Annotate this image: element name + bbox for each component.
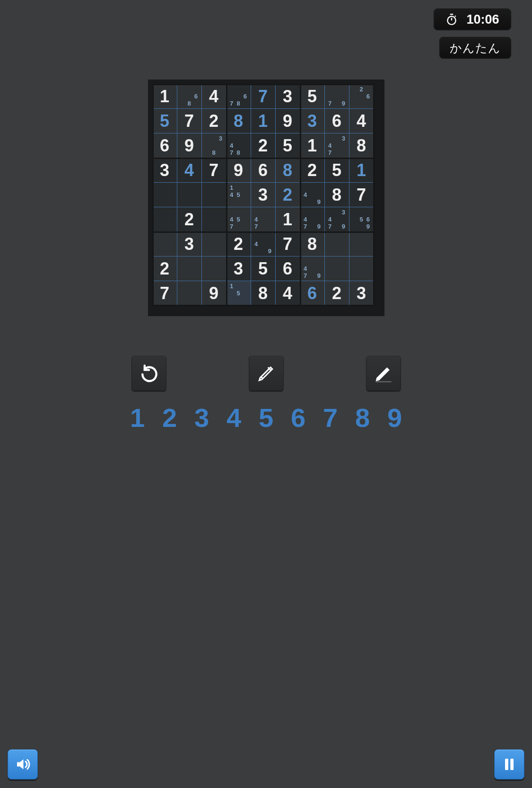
cell-r7-c3[interactable]: 3 bbox=[227, 257, 251, 281]
cell-r3-c4[interactable]: 6 bbox=[251, 158, 276, 183]
cell-r8-c8[interactable]: 3 bbox=[349, 281, 374, 306]
cell-r5-c1[interactable]: 2 bbox=[177, 207, 202, 232]
cell-r2-c4[interactable]: 2 bbox=[251, 133, 276, 158]
cell-r1-c2[interactable]: 2 bbox=[202, 109, 227, 133]
cell-r8-c3[interactable]: 15 bbox=[227, 281, 251, 306]
cell-r1-c3[interactable]: 8 bbox=[227, 109, 251, 133]
pen-write-button[interactable] bbox=[366, 356, 401, 391]
cell-r1-c4[interactable]: 1 bbox=[251, 109, 276, 133]
cell-r0-c1[interactable]: 68 bbox=[177, 84, 202, 109]
cell-r7-c2[interactable] bbox=[202, 257, 227, 281]
cell-r5-c4[interactable]: 47 bbox=[251, 207, 276, 232]
cell-r5-c6[interactable]: 479 bbox=[300, 207, 325, 232]
pencil-marks: 479 bbox=[302, 258, 323, 279]
number-key-1[interactable]: 1 bbox=[124, 402, 151, 433]
cell-r6-c1[interactable]: 3 bbox=[177, 232, 202, 257]
cell-r3-c8[interactable]: 1 bbox=[349, 158, 374, 183]
cell-r6-c0[interactable] bbox=[153, 232, 177, 257]
cell-r1-c1[interactable]: 7 bbox=[177, 109, 202, 133]
cell-r7-c1[interactable] bbox=[177, 257, 202, 281]
cell-r4-c7[interactable]: 8 bbox=[325, 183, 349, 207]
pencil-toggle-button[interactable] bbox=[249, 356, 284, 391]
cell-r4-c3[interactable]: 145 bbox=[227, 183, 251, 207]
number-key-4[interactable]: 4 bbox=[221, 402, 247, 433]
cell-r1-c7[interactable]: 6 bbox=[325, 109, 349, 133]
cell-r3-c5[interactable]: 8 bbox=[276, 158, 300, 183]
pencil-marks: 479 bbox=[302, 209, 323, 230]
cell-r3-c3[interactable]: 9 bbox=[227, 158, 251, 183]
cell-r3-c1[interactable]: 4 bbox=[177, 158, 202, 183]
cell-r2-c1[interactable]: 9 bbox=[177, 133, 202, 158]
cell-r8-c5[interactable]: 4 bbox=[276, 281, 300, 306]
number-key-3[interactable]: 3 bbox=[189, 402, 215, 433]
cell-r8-c2[interactable]: 9 bbox=[202, 281, 227, 306]
cell-r0-c2[interactable]: 4 bbox=[202, 84, 227, 109]
cell-r2-c0[interactable]: 6 bbox=[153, 133, 177, 158]
cell-r5-c2[interactable] bbox=[202, 207, 227, 232]
cell-value: 1 bbox=[283, 211, 292, 228]
cell-r1-c8[interactable]: 4 bbox=[349, 109, 374, 133]
cell-r5-c7[interactable]: 3479 bbox=[325, 207, 349, 232]
cell-r8-c7[interactable]: 2 bbox=[325, 281, 349, 306]
cell-r0-c4[interactable]: 7 bbox=[251, 84, 276, 109]
cell-r7-c0[interactable]: 2 bbox=[153, 257, 177, 281]
cell-r2-c5[interactable]: 5 bbox=[276, 133, 300, 158]
cell-r4-c2[interactable] bbox=[202, 183, 227, 207]
number-key-2[interactable]: 2 bbox=[157, 402, 183, 433]
cell-r5-c5[interactable]: 1 bbox=[276, 207, 300, 232]
cell-r1-c6[interactable]: 3 bbox=[300, 109, 325, 133]
cell-r8-c6[interactable]: 6 bbox=[300, 281, 325, 306]
cell-r5-c8[interactable]: 569 bbox=[349, 207, 374, 232]
pencil-marks: 457 bbox=[228, 209, 249, 230]
undo-button[interactable] bbox=[131, 356, 166, 391]
cell-r8-c4[interactable]: 8 bbox=[251, 281, 276, 306]
cell-r6-c7[interactable] bbox=[325, 232, 349, 257]
number-key-7[interactable]: 7 bbox=[317, 402, 344, 433]
number-key-8[interactable]: 8 bbox=[349, 402, 376, 433]
cell-r6-c5[interactable]: 7 bbox=[276, 232, 300, 257]
cell-r8-c0[interactable]: 7 bbox=[153, 281, 177, 306]
cell-r0-c6[interactable]: 5 bbox=[300, 84, 325, 109]
cell-r4-c0[interactable] bbox=[153, 183, 177, 207]
number-key-6[interactable]: 6 bbox=[285, 402, 312, 433]
cell-r7-c6[interactable]: 479 bbox=[300, 257, 325, 281]
cell-r6-c8[interactable] bbox=[349, 232, 374, 257]
cell-r4-c8[interactable]: 7 bbox=[349, 183, 374, 207]
cell-r5-c0[interactable] bbox=[153, 207, 177, 232]
cell-r6-c3[interactable]: 2 bbox=[227, 232, 251, 257]
cell-r3-c6[interactable]: 2 bbox=[300, 158, 325, 183]
cell-r8-c1[interactable] bbox=[177, 281, 202, 306]
cell-r7-c4[interactable]: 5 bbox=[251, 257, 276, 281]
cell-r0-c3[interactable]: 678 bbox=[227, 84, 251, 109]
cell-value: 7 bbox=[283, 236, 292, 253]
cell-r2-c8[interactable]: 8 bbox=[349, 133, 374, 158]
cell-r7-c8[interactable] bbox=[349, 257, 374, 281]
cell-r2-c3[interactable]: 478 bbox=[227, 133, 251, 158]
cell-r6-c6[interactable]: 8 bbox=[300, 232, 325, 257]
cell-r0-c7[interactable]: 79 bbox=[325, 84, 349, 109]
cell-value: 8 bbox=[307, 236, 317, 253]
cell-r2-c2[interactable]: 38 bbox=[202, 133, 227, 158]
cell-r4-c6[interactable]: 49 bbox=[300, 183, 325, 207]
number-key-9[interactable]: 9 bbox=[382, 402, 408, 433]
number-key-5[interactable]: 5 bbox=[253, 402, 279, 433]
cell-r0-c0[interactable]: 1 bbox=[153, 84, 177, 109]
cell-r3-c0[interactable]: 3 bbox=[153, 158, 177, 183]
cell-r1-c0[interactable]: 5 bbox=[153, 109, 177, 133]
cell-r0-c5[interactable]: 3 bbox=[276, 84, 300, 109]
cell-r5-c3[interactable]: 457 bbox=[227, 207, 251, 232]
cell-r7-c5[interactable]: 6 bbox=[276, 257, 300, 281]
cell-r0-c8[interactable]: 26 bbox=[349, 84, 374, 109]
cell-r4-c4[interactable]: 3 bbox=[251, 183, 276, 207]
cell-r3-c2[interactable]: 7 bbox=[202, 158, 227, 183]
cell-r2-c6[interactable]: 1 bbox=[300, 133, 325, 158]
cell-r7-c7[interactable] bbox=[325, 257, 349, 281]
cell-r6-c4[interactable]: 49 bbox=[251, 232, 276, 257]
cell-r4-c5[interactable]: 2 bbox=[276, 183, 300, 207]
cell-r6-c2[interactable] bbox=[202, 232, 227, 257]
cell-r1-c5[interactable]: 9 bbox=[276, 109, 300, 133]
cell-r4-c1[interactable] bbox=[177, 183, 202, 207]
cell-r3-c7[interactable]: 5 bbox=[325, 158, 349, 183]
cell-value: 3 bbox=[307, 113, 317, 130]
cell-r2-c7[interactable]: 347 bbox=[325, 133, 349, 158]
